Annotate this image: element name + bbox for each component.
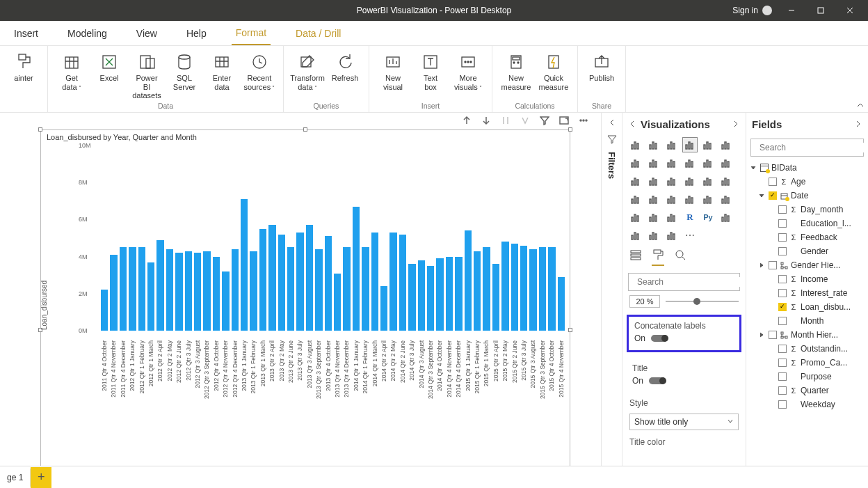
resize-handle[interactable] bbox=[38, 127, 42, 132]
chart-bar[interactable] bbox=[120, 247, 127, 331]
chart-bar[interactable] bbox=[129, 247, 136, 331]
title-toggle[interactable] bbox=[649, 377, 666, 384]
field-month-hier-[interactable]: Month Hier... bbox=[749, 328, 865, 342]
chart-bar[interactable] bbox=[268, 225, 275, 331]
viz-type-narr[interactable] bbox=[664, 228, 680, 243]
concatenate-toggle[interactable] bbox=[651, 335, 668, 342]
ribbon-publish-button[interactable]: Publish bbox=[585, 49, 618, 101]
field-day-month[interactable]: ΣDay_month bbox=[749, 203, 865, 217]
chart-bar[interactable] bbox=[529, 249, 536, 331]
chart-bar[interactable] bbox=[101, 290, 108, 331]
field-quarter[interactable]: ΣQuarter bbox=[749, 384, 865, 398]
chart-bar[interactable] bbox=[232, 249, 239, 331]
expand-viz-pane-button[interactable] bbox=[732, 118, 740, 130]
viz-type-bars-stack[interactable] bbox=[646, 137, 661, 152]
chart-bar[interactable] bbox=[399, 235, 406, 331]
percent-input[interactable]: 20 % bbox=[629, 295, 660, 308]
field-gender[interactable]: Gender bbox=[749, 244, 865, 258]
chart-bar[interactable] bbox=[408, 264, 415, 331]
field-checkbox[interactable] bbox=[778, 247, 787, 255]
ribbon-sql-server-button[interactable]: SQLServer bbox=[168, 49, 201, 101]
ribbon-enter-data-button[interactable]: Enterdata bbox=[205, 49, 239, 101]
chart-bar[interactable] bbox=[520, 246, 527, 331]
filter-icon[interactable] bbox=[540, 116, 549, 127]
field-income[interactable]: ΣIncome bbox=[749, 272, 865, 286]
chart-bar[interactable] bbox=[185, 251, 192, 331]
field-checkbox[interactable] bbox=[769, 191, 777, 200]
viz-type-funnel[interactable] bbox=[646, 191, 661, 207]
field-checkbox[interactable] bbox=[778, 303, 787, 311]
field-checkbox[interactable] bbox=[778, 233, 787, 242]
chart-bar[interactable] bbox=[389, 233, 396, 331]
format-search[interactable] bbox=[628, 273, 740, 291]
field-loan-disbu-[interactable]: ΣLoan_disbu... bbox=[749, 300, 865, 314]
format-roller-icon[interactable] bbox=[652, 249, 664, 266]
field-checkbox[interactable] bbox=[778, 386, 787, 395]
style-select[interactable]: Show title only bbox=[629, 414, 739, 430]
field-feedback[interactable]: ΣFeedback bbox=[749, 230, 865, 244]
chart-bar[interactable] bbox=[548, 247, 555, 331]
chart-bar[interactable] bbox=[483, 247, 490, 331]
field-checkbox[interactable] bbox=[778, 219, 787, 228]
ribbon-refresh-button[interactable]: Refresh bbox=[328, 49, 362, 101]
slider-thumb[interactable] bbox=[693, 298, 700, 305]
collapse-viz-pane-button[interactable] bbox=[628, 118, 636, 130]
ribbon-get-data-button[interactable]: Getdata ˅ bbox=[55, 49, 88, 101]
chart-bar[interactable] bbox=[558, 277, 565, 331]
field-weekday[interactable]: Weekday bbox=[749, 398, 865, 411]
ribbon-new-visual-button[interactable]: Newvisual bbox=[376, 49, 410, 101]
chart-bar[interactable] bbox=[166, 249, 173, 331]
field-checkbox[interactable] bbox=[778, 275, 787, 283]
chart-bar[interactable] bbox=[492, 264, 499, 331]
field-month[interactable]: Month bbox=[749, 314, 865, 328]
viz-type-slicer[interactable] bbox=[628, 210, 643, 225]
menu-view[interactable]: View bbox=[132, 22, 161, 45]
chart-bar[interactable] bbox=[539, 247, 546, 331]
chart-bar[interactable] bbox=[511, 244, 518, 331]
field-purpose[interactable]: Purpose bbox=[749, 370, 865, 384]
more-options-icon[interactable] bbox=[579, 116, 588, 127]
menu-format[interactable]: Format bbox=[232, 22, 271, 45]
field-education-l-[interactable]: Education_l... bbox=[749, 217, 865, 230]
chart-bar[interactable] bbox=[296, 233, 303, 331]
chart-bar[interactable] bbox=[343, 247, 350, 331]
chart-bar[interactable] bbox=[156, 240, 163, 331]
chart-bar[interactable] bbox=[474, 251, 481, 331]
viz-type-scatter[interactable] bbox=[646, 173, 661, 189]
signin-button[interactable]: Sign in bbox=[732, 6, 772, 15]
fields-search[interactable] bbox=[750, 139, 864, 157]
viz-type-r[interactable]: R bbox=[682, 210, 698, 225]
chart-bar[interactable] bbox=[465, 230, 472, 331]
field-checkbox[interactable] bbox=[778, 345, 787, 353]
viz-type-line-col2[interactable] bbox=[700, 155, 716, 171]
chart-bar[interactable] bbox=[371, 233, 378, 331]
fields-well-icon[interactable] bbox=[629, 249, 642, 266]
drill-down-icon[interactable] bbox=[481, 116, 491, 127]
ribbon-power-bi-datasets-button[interactable]: PowerBI datasets bbox=[130, 49, 163, 101]
field-gender-hie-[interactable]: Gender Hie... bbox=[749, 258, 865, 272]
viz-type-py[interactable]: Py bbox=[700, 210, 716, 225]
field-checkbox[interactable] bbox=[778, 400, 787, 409]
minimize-button[interactable] bbox=[782, 1, 801, 20]
field-age[interactable]: ΣAge bbox=[749, 175, 865, 189]
viz-type-waterfall[interactable] bbox=[628, 173, 643, 189]
chart-visual[interactable]: Loan_disbursed by Year, Quarter and Mont… bbox=[40, 129, 570, 466]
viz-type-donut[interactable] bbox=[682, 173, 698, 189]
viz-type-keyinf[interactable] bbox=[718, 210, 734, 225]
chart-bar[interactable] bbox=[278, 235, 285, 331]
chart-bar[interactable] bbox=[353, 207, 360, 331]
menu-help[interactable]: Help bbox=[182, 22, 211, 45]
resize-handle[interactable] bbox=[568, 328, 572, 332]
viz-type-bars-v[interactable] bbox=[628, 137, 643, 152]
viz-type-qna[interactable] bbox=[646, 228, 661, 243]
ribbon-collapse-button[interactable] bbox=[857, 101, 864, 111]
chart-bar[interactable] bbox=[222, 271, 229, 331]
chart-bar[interactable] bbox=[501, 242, 508, 331]
field-bidata[interactable]: BIData bbox=[749, 161, 865, 175]
ribbon-transform-data-button[interactable]: Transformdata ˅ bbox=[291, 49, 324, 101]
field-checkbox[interactable] bbox=[769, 178, 777, 186]
chart-bar[interactable] bbox=[325, 236, 332, 331]
chart-bar[interactable] bbox=[175, 253, 182, 331]
chart-bar[interactable] bbox=[446, 257, 453, 331]
viz-type-pie[interactable] bbox=[664, 173, 680, 189]
